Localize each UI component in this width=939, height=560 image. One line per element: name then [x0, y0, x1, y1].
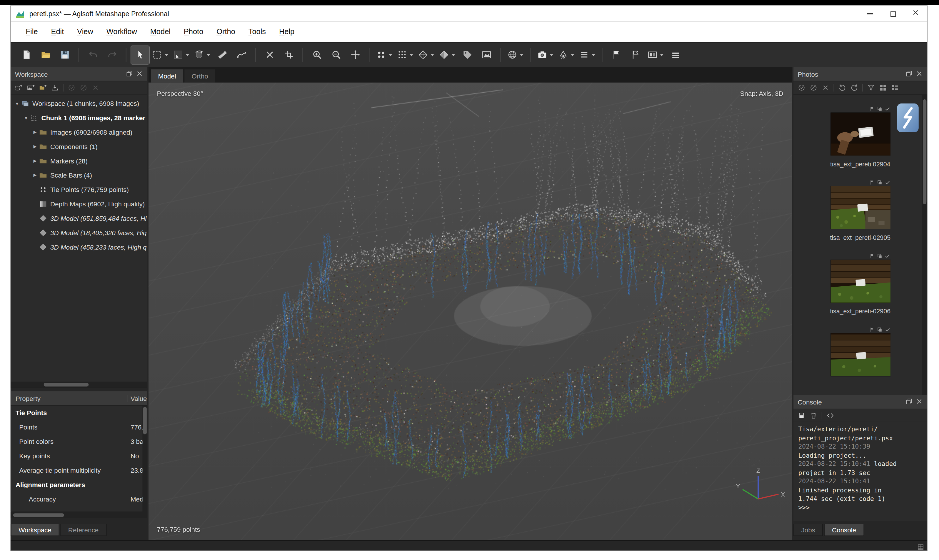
- script-console-button[interactable]: [827, 412, 834, 419]
- new-document-button[interactable]: [17, 46, 35, 64]
- tree-hscroll-thumb[interactable]: [44, 383, 89, 386]
- menu-file[interactable]: File: [19, 28, 45, 36]
- clear-log-button[interactable]: [810, 412, 817, 419]
- dropdown-arrow-icon[interactable]: [409, 54, 413, 56]
- minimize-button[interactable]: [859, 6, 881, 22]
- delete-button[interactable]: [260, 46, 279, 64]
- menu-ortho[interactable]: Ortho: [210, 28, 242, 36]
- show-markers-button[interactable]: [556, 46, 576, 64]
- float-panel-icon[interactable]: [905, 70, 913, 78]
- menu-help[interactable]: Help: [272, 28, 301, 36]
- thumbnail-view-button[interactable]: [879, 84, 887, 91]
- dropdown-arrow-icon[interactable]: [389, 54, 392, 56]
- draw-polyline-button[interactable]: [232, 46, 250, 64]
- photo-item-3[interactable]: [793, 326, 927, 376]
- menu-tools[interactable]: Tools: [242, 28, 272, 36]
- menu-view[interactable]: View: [71, 28, 100, 36]
- tab-jobs[interactable]: Jobs: [793, 524, 823, 536]
- photo-thumbnail[interactable]: [830, 333, 890, 377]
- tab-console[interactable]: Console: [824, 524, 864, 536]
- model-viewport[interactable]: Perspective 30° Snap: Axis, 3D 776,759 p…: [148, 83, 792, 540]
- tree-item-4[interactable]: ▶Markers (28): [11, 154, 147, 168]
- orthomosaic-button[interactable]: [505, 46, 525, 64]
- point-cloud-canvas[interactable]: [148, 83, 792, 540]
- dropdown-arrow-icon[interactable]: [165, 54, 168, 56]
- ruler-button[interactable]: [213, 46, 231, 64]
- import-button[interactable]: [51, 84, 58, 91]
- property-row[interactable]: Points776,7: [11, 420, 143, 434]
- enable-circle-button[interactable]: [68, 84, 75, 91]
- dropdown-arrow-icon[interactable]: [431, 54, 434, 56]
- console-output[interactable]: Tisa/exterior/pereti/pereti_project/pere…: [793, 422, 927, 521]
- property-row[interactable]: Alignment parameters: [11, 477, 143, 492]
- layers-button[interactable]: [667, 46, 684, 64]
- photo-thumbnail[interactable]: [830, 112, 890, 156]
- tree-item-5[interactable]: ▶Scale Bars (4): [11, 168, 147, 183]
- menu-edit[interactable]: Edit: [45, 28, 71, 36]
- zoom-in-button[interactable]: [308, 46, 326, 64]
- photos-vscrollbar[interactable]: [922, 95, 927, 395]
- tree-expander-icon[interactable]: ▶: [31, 144, 39, 149]
- property-row[interactable]: Key pointsNo: [11, 449, 143, 463]
- photos-vscroll-thumb[interactable]: [923, 99, 926, 204]
- navigation-button[interactable]: [171, 46, 191, 64]
- dropdown-arrow-icon[interactable]: [592, 54, 595, 56]
- tab-model[interactable]: Model: [151, 69, 183, 83]
- save-button[interactable]: [55, 46, 74, 64]
- rotate-ccw-button[interactable]: [839, 84, 846, 91]
- point-cloud-button[interactable]: [395, 46, 415, 64]
- tree-expander-icon[interactable]: ▼: [22, 116, 30, 120]
- tree-item-8[interactable]: 3D Model (651,859,484 faces, Hi: [11, 211, 147, 225]
- select-cursor-button[interactable]: [131, 46, 149, 64]
- remove-x-button[interactable]: [92, 84, 99, 91]
- tree-item-10[interactable]: 3D Model (458,233 faces, High q: [11, 240, 147, 254]
- dropdown-arrow-icon[interactable]: [520, 54, 523, 56]
- add-folder-button[interactable]: [39, 84, 46, 91]
- close-panel-icon[interactable]: [916, 70, 923, 78]
- undo-button[interactable]: [84, 46, 102, 64]
- photo-thumbnail[interactable]: [830, 186, 890, 229]
- save-log-button[interactable]: [797, 412, 805, 419]
- redo-button[interactable]: [103, 46, 121, 64]
- add-chunk-button[interactable]: [15, 84, 23, 91]
- close-button[interactable]: [904, 6, 927, 22]
- resize-grip-icon[interactable]: [917, 542, 924, 553]
- dropdown-arrow-icon[interactable]: [660, 54, 663, 56]
- property-row[interactable]: Average tie point multiplicity23.82: [11, 463, 143, 477]
- open-folder-button[interactable]: [37, 46, 54, 64]
- photo-item-1[interactable]: tisa_ext_pereti-02905: [793, 179, 927, 242]
- tree-item-9[interactable]: 3D Model (18,405,320 faces, Hig: [11, 225, 147, 240]
- close-panel-icon[interactable]: [916, 397, 923, 406]
- photo-thumbnail[interactable]: [830, 260, 890, 303]
- tab-reference[interactable]: Reference: [60, 524, 106, 536]
- properties-hscrollbar[interactable]: [11, 512, 143, 518]
- reset-view-button[interactable]: [346, 46, 364, 64]
- tree-item-2[interactable]: ▶Images (6902/6908 aligned): [11, 125, 147, 139]
- rect-selection-button[interactable]: [150, 46, 170, 64]
- close-panel-icon[interactable]: [136, 70, 143, 78]
- resize-region-button[interactable]: [280, 46, 298, 64]
- show-cameras-button[interactable]: [535, 46, 555, 64]
- photo-item-2[interactable]: tisa_ext_pereti-02906: [793, 252, 927, 315]
- disable-circle-button[interactable]: [80, 84, 87, 91]
- dropdown-arrow-icon[interactable]: [186, 54, 189, 56]
- float-panel-icon[interactable]: [905, 397, 913, 406]
- mesh-button[interactable]: [416, 46, 436, 64]
- tree-item-7[interactable]: Depth Maps (6902, High quality): [11, 197, 147, 211]
- dem-button[interactable]: [477, 46, 495, 64]
- property-row[interactable]: Point colors3 ban: [11, 434, 143, 449]
- rotate-object-button[interactable]: [192, 46, 212, 64]
- add-photos-button[interactable]: [27, 84, 35, 91]
- dropdown-arrow-icon[interactable]: [571, 54, 574, 56]
- stereo-view-button[interactable]: [645, 46, 665, 64]
- rotate-cw-button[interactable]: [850, 84, 858, 91]
- enable-circle-button[interactable]: [797, 84, 805, 91]
- maximize-button[interactable]: [882, 6, 904, 22]
- filter-photos-button[interactable]: [867, 84, 875, 91]
- menu-workflow[interactable]: Workflow: [100, 28, 143, 36]
- tree-item-1[interactable]: ▼Chunk 1 (6908 images, 28 marker: [11, 111, 147, 125]
- tree-hscrollbar[interactable]: [11, 382, 147, 388]
- tree-item-0[interactable]: ▼Workspace (1 chunks, 6908 images): [11, 97, 147, 111]
- tree-item-3[interactable]: ▶Components (1): [11, 139, 147, 154]
- tree-expander-icon[interactable]: ▶: [31, 158, 39, 163]
